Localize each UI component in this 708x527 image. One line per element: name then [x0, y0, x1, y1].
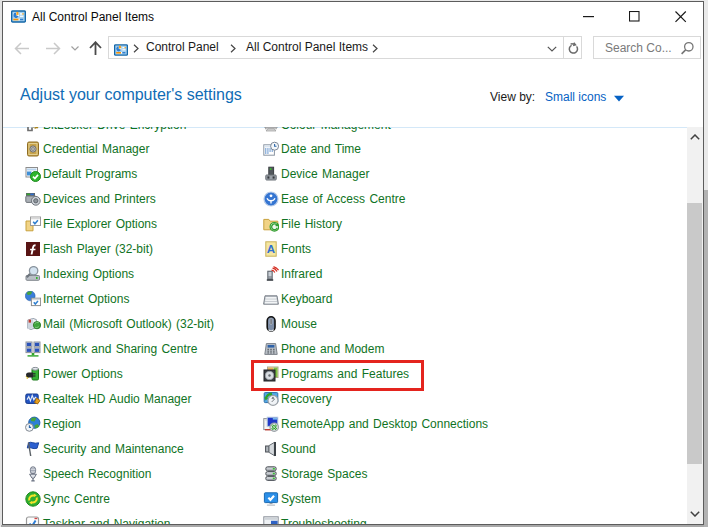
- svg-text:A: A: [267, 244, 275, 256]
